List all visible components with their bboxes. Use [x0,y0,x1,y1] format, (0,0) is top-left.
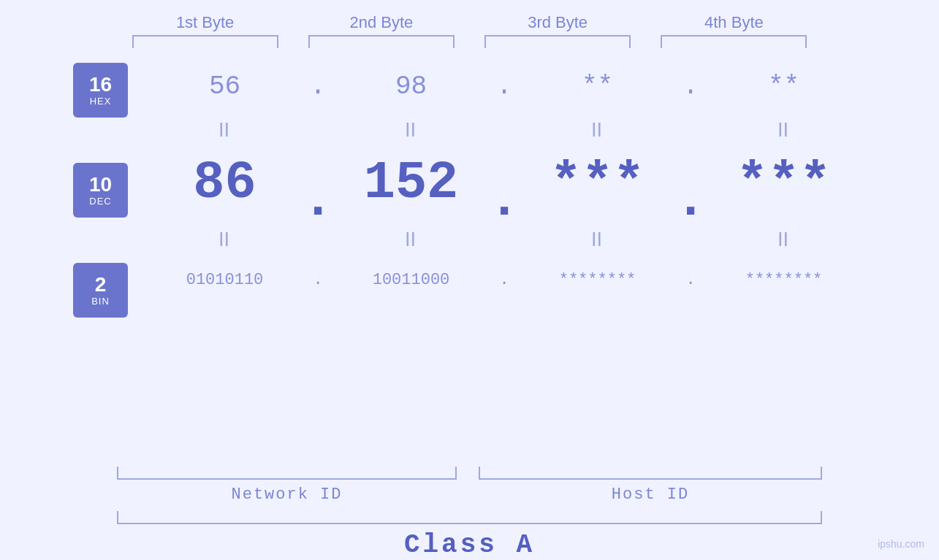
badge-bin-label: BIN [91,296,110,307]
bin-b4: ******** [745,271,823,289]
hex-b4-cell: ** [702,72,866,101]
dec-b1: 86 [193,157,256,210]
hex-sep1-dot: . [310,72,326,101]
byte4-header: 4th Byte [653,13,814,32]
byte2-header: 2nd Byte [301,13,462,32]
hex-b1-cell: 56 [142,72,307,101]
equals-row-2: || || || || [142,227,866,249]
badge-hex: 16 HEX [73,63,128,118]
bin-row: 01010110 . 10011000 . ******** . [142,249,866,311]
badge-hex-number: 16 [89,74,112,96]
id-labels: Network ID Host ID [117,486,822,504]
eq1-sym2: || [406,120,417,137]
eq1-sym1: || [219,120,230,137]
dec-b2: 152 [364,157,459,210]
bin-b2: 10011000 [373,271,450,289]
badges-column: 16 HEX 10 DEC 2 BIN [73,55,128,318]
bracket-top-4 [661,35,807,48]
hex-b2: 98 [395,72,427,101]
badge-dec-label: DEC [89,196,111,207]
bin-b4-cell: ******** [702,271,866,289]
equals-row-1: || || || || [142,118,866,139]
eq1-c2: || [329,120,493,137]
badge-dec-number: 10 [89,174,112,196]
hex-b3-cell: ** [515,72,680,101]
hex-sep1: . [307,72,329,101]
dec-b3-cell: *** [515,157,680,210]
bin-b1-cell: 01010110 [142,271,307,289]
class-label: Class A [404,530,535,560]
host-id-label: Host ID [479,486,822,504]
bracket-top-1 [132,35,278,48]
main-content: 16 HEX 10 DEC 2 BIN 56 . [0,55,939,464]
eq1-sym3: || [592,120,603,137]
bin-sep2-dot: . [499,271,509,289]
byte3-header: 3rd Byte [477,13,638,32]
dec-b2-cell: 152 [329,157,493,210]
badge-bin-number: 2 [95,274,107,296]
badge-dec: 10 DEC [73,163,128,218]
hex-sep2: . [493,72,515,101]
dec-b1-cell: 86 [142,157,307,210]
byte1-header: 1st Byte [125,13,286,32]
main-container: 1st Byte 2nd Byte 3rd Byte 4th Byte 16 H… [0,0,939,560]
eq1-sym4: || [778,120,789,137]
dec-row: 86 . 152 . *** . *** [142,139,866,227]
dec-sep1: . [307,157,329,210]
eq2-sym3: || [592,230,603,247]
big-bottom-bracket [117,511,822,524]
id-gap [457,486,479,504]
dec-b4: *** [737,157,832,210]
rows-container: 56 . 98 . ** . ** [142,55,866,311]
dec-b3: *** [550,157,645,210]
badge-bin: 2 BIN [73,263,128,318]
bin-sep3: . [680,271,702,289]
bin-b3-cell: ******** [515,271,680,289]
eq2-c1: || [142,230,307,247]
eq1-c3: || [515,120,680,137]
bin-sep3-dot: . [685,271,695,289]
bin-b2-cell: 10011000 [329,271,493,289]
bottom-section: Network ID Host ID [0,467,939,504]
top-brackets [0,35,939,48]
host-bracket [479,467,822,480]
hex-sep2-dot: . [496,72,512,101]
eq2-c3: || [515,230,680,247]
hex-b4: ** [768,72,799,101]
hex-b3: ** [582,72,613,101]
dec-sep3: . [680,157,702,210]
badge-hex-label: HEX [90,96,112,107]
bracket-top-3 [484,35,631,48]
eq2-sym2: || [406,230,417,247]
network-bracket [117,467,457,480]
dec-sep2: . [493,157,515,210]
eq1-c4: || [702,120,866,137]
dec-b4-cell: *** [702,157,866,210]
hex-row: 56 . 98 . ** . ** [142,55,866,118]
hex-b2-cell: 98 [329,72,493,101]
eq2-sym1: || [219,230,230,247]
hex-b1: 56 [209,72,240,101]
bin-sep1: . [307,271,329,289]
eq2-c4: || [702,230,866,247]
bracket-top-2 [308,35,455,48]
bin-sep1-dot: . [313,271,322,289]
watermark: ipshu.com [878,538,924,550]
hex-sep3-dot: . [683,72,699,101]
byte-headers: 1st Byte 2nd Byte 3rd Byte 4th Byte [0,13,939,32]
hex-sep3: . [680,72,702,101]
network-id-label: Network ID [117,486,457,504]
bin-sep2: . [493,271,515,289]
eq2-c2: || [329,230,493,247]
eq2-sym4: || [778,230,789,247]
eq1-c1: || [142,120,307,137]
bin-b3: ******** [559,271,636,289]
bottom-brackets [117,467,822,480]
bin-b1: 01010110 [186,271,264,289]
